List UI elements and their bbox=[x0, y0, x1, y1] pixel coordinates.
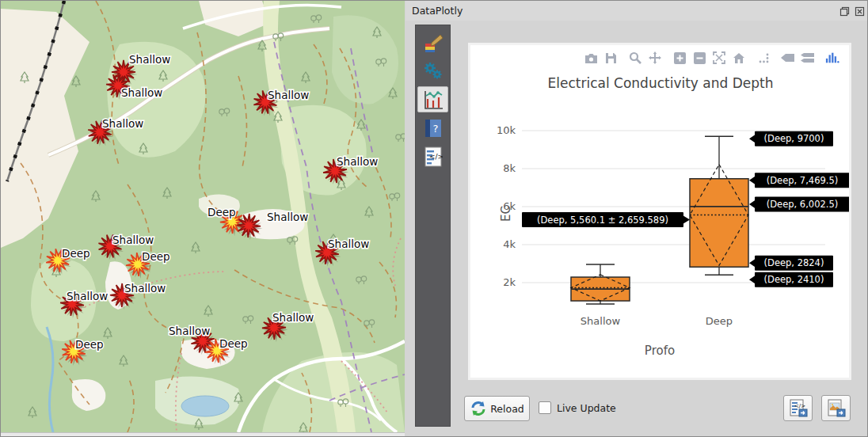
annotation: (Deep, 2824) bbox=[749, 256, 833, 271]
reload-icon bbox=[470, 401, 487, 416]
annotation: (Deep, 2410) bbox=[749, 272, 833, 287]
tab-help[interactable]: ? bbox=[417, 115, 448, 141]
svg-text:(Deep, 7,469.5): (Deep, 7,469.5) bbox=[767, 175, 838, 186]
panel-bottom-bar: Reload Live Update </> bbox=[405, 392, 868, 428]
plot-card: Electrical Conductivity and Depth 2k 4k … bbox=[470, 45, 849, 378]
hover-compare-icon[interactable] bbox=[801, 51, 815, 64]
tab-code[interactable]: </> bbox=[417, 143, 448, 169]
map-svg[interactable]: ShallowShallowShallowShallowShallowDeepS… bbox=[1, 1, 405, 432]
float-panel-button[interactable] bbox=[839, 6, 850, 17]
annotation: (Deep, 9700) bbox=[749, 131, 833, 146]
plot-canvas[interactable]: Electrical Conductivity and Depth 2k 4k … bbox=[470, 45, 849, 378]
checkbox-box[interactable] bbox=[539, 401, 551, 414]
svg-text:?: ? bbox=[432, 123, 438, 135]
hover-closest-icon[interactable] bbox=[781, 51, 795, 64]
marker-label: Shallow bbox=[169, 325, 210, 337]
tab-settings[interactable] bbox=[417, 58, 448, 84]
panel-title: DataPlotly bbox=[405, 5, 463, 17]
ytick-8k: 8k bbox=[503, 162, 516, 174]
statusbar-strip bbox=[1, 432, 405, 437]
export-image-button[interactable] bbox=[821, 395, 851, 421]
dataplotly-panel: DataPlotly bbox=[405, 1, 868, 437]
marker-label: Shallow bbox=[129, 53, 170, 66]
marker-label: Shallow bbox=[121, 86, 162, 99]
y-axis-title: EC bbox=[499, 206, 513, 222]
save-disk-icon[interactable] bbox=[603, 51, 618, 64]
plot-style-brush-icon bbox=[423, 32, 444, 53]
marker-label: Deep bbox=[75, 338, 104, 351]
xtick-deep: Deep bbox=[706, 315, 733, 327]
marker-label: Shallow bbox=[328, 238, 369, 250]
marker-label: Shallow bbox=[67, 290, 108, 302]
marker-label: Shallow bbox=[268, 89, 309, 101]
autoscale-icon[interactable] bbox=[712, 51, 726, 64]
marker-label: Shallow bbox=[112, 234, 154, 246]
svg-text:(Deep, 6,002.5): (Deep, 6,002.5) bbox=[767, 199, 838, 210]
marker-label: Shallow bbox=[267, 211, 308, 223]
marker-label: Deep bbox=[142, 250, 170, 263]
export-code-button[interactable]: </> bbox=[783, 395, 813, 421]
close-icon bbox=[855, 6, 865, 17]
tab-plot-style[interactable] bbox=[417, 29, 448, 55]
close-panel-button[interactable] bbox=[854, 6, 865, 17]
chart-title: Electrical Conductivity and Depth bbox=[548, 75, 774, 91]
float-icon bbox=[839, 6, 850, 17]
marker-label: Shallow bbox=[272, 311, 314, 324]
marker-label: Shallow bbox=[337, 155, 378, 168]
pan-arrows-icon[interactable] bbox=[648, 51, 662, 64]
zoom-out-icon[interactable] bbox=[692, 51, 706, 64]
annotation: (Deep, 6,002.5) bbox=[749, 196, 849, 211]
marker-label: Deep bbox=[62, 247, 90, 260]
live-update-checkbox[interactable]: Live Update bbox=[539, 401, 616, 414]
xtick-shallow: Shallow bbox=[581, 315, 621, 327]
camera-download-icon[interactable] bbox=[584, 51, 598, 64]
svg-text:(Deep, 9700): (Deep, 9700) bbox=[764, 133, 824, 144]
export-code-icon: </> bbox=[789, 399, 808, 418]
svg-text:</>: </> bbox=[428, 153, 442, 161]
app-window: ShallowShallowShallowShallowShallowDeepS… bbox=[0, 0, 868, 437]
svg-text:(Deep, 5,560.1 ± 2,659.589): (Deep, 5,560.1 ± 2,659.589) bbox=[537, 215, 668, 226]
annotation: (Deep, 7,469.5) bbox=[749, 173, 849, 188]
plotly-modebar bbox=[573, 51, 839, 64]
annotation: (Deep, 5,560.1 ± 2,659.589) bbox=[522, 212, 690, 227]
reset-home-icon[interactable] bbox=[732, 51, 746, 64]
ytick-10k: 10k bbox=[497, 124, 516, 136]
panel-side-toolbar: ? </> bbox=[415, 25, 451, 427]
help-book-icon: ? bbox=[424, 118, 443, 139]
reload-button[interactable]: Reload bbox=[464, 396, 530, 421]
x-axis-title: Profo bbox=[645, 344, 675, 358]
panel-titlebar: DataPlotly bbox=[405, 1, 868, 21]
zoom-magnifier-icon[interactable] bbox=[628, 51, 642, 64]
tab-plot-view[interactable] bbox=[417, 86, 448, 112]
code-view-icon: </> bbox=[424, 146, 443, 167]
reload-label: Reload bbox=[490, 403, 524, 415]
svg-text:</>: </> bbox=[794, 403, 805, 409]
svg-text:(Deep, 2410): (Deep, 2410) bbox=[764, 274, 824, 285]
box-shallow[interactable] bbox=[571, 264, 630, 304]
spikelines-icon[interactable] bbox=[756, 51, 771, 64]
settings-gears-icon bbox=[423, 61, 444, 82]
plot-scroll-area: Electrical Conductivity and Depth 2k 4k … bbox=[468, 43, 851, 380]
map-canvas[interactable]: ShallowShallowShallowShallowShallowDeepS… bbox=[1, 1, 405, 432]
box-deep[interactable] bbox=[690, 136, 748, 275]
marker-label: Deep bbox=[207, 206, 236, 218]
marker-label: Deep bbox=[219, 337, 248, 350]
svg-text:(Deep, 2824): (Deep, 2824) bbox=[764, 257, 824, 268]
live-update-label: Live Update bbox=[557, 402, 616, 414]
plotly-logo-icon[interactable] bbox=[825, 51, 839, 64]
zoom-in-icon[interactable] bbox=[672, 51, 687, 64]
ytick-4k: 4k bbox=[503, 238, 516, 250]
ytick-2k: 2k bbox=[503, 276, 516, 288]
marker-label: Shallow bbox=[102, 117, 143, 130]
export-image-icon bbox=[827, 399, 846, 418]
plot-view-chart-icon bbox=[423, 89, 444, 110]
marker-label: Shallow bbox=[124, 282, 166, 294]
